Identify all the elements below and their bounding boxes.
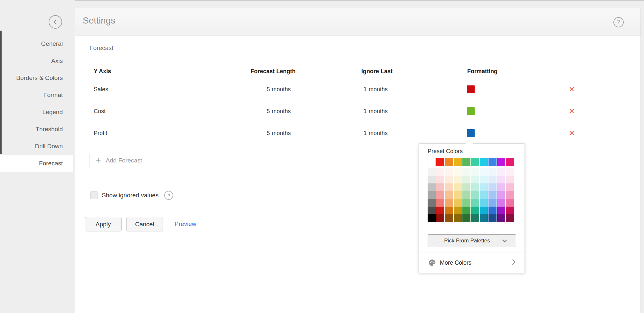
palette-swatch[interactable] [471, 158, 479, 166]
palette-swatch[interactable] [497, 183, 505, 191]
palette-swatch[interactable] [471, 191, 479, 199]
sidebar-item-drill-down[interactable]: Drill Down [0, 138, 75, 155]
preview-link[interactable]: Preview [175, 220, 196, 228]
sidebar-item-forecast[interactable]: Forecast [0, 155, 73, 172]
palette-swatch[interactable] [506, 158, 514, 166]
palette-swatch[interactable] [445, 158, 453, 166]
delete-row-icon[interactable]: ✕ [569, 129, 575, 137]
ignore-last-value[interactable]: 1 [364, 86, 367, 93]
add-forecast-button[interactable]: + Add Forecast [90, 153, 151, 168]
back-button[interactable] [49, 15, 62, 29]
palette-swatch[interactable] [488, 199, 497, 207]
palette-swatch[interactable] [480, 214, 488, 222]
palette-swatch[interactable] [436, 158, 444, 166]
palette-swatch[interactable] [488, 176, 497, 183]
palette-swatch[interactable] [454, 158, 462, 166]
palette-swatch[interactable] [436, 183, 444, 191]
palette-swatch[interactable] [471, 168, 479, 176]
palette-swatch[interactable] [497, 191, 505, 199]
palette-swatch[interactable] [488, 168, 497, 176]
palette-swatch[interactable] [480, 199, 488, 207]
palette-swatch[interactable] [445, 207, 453, 214]
sidebar-item-threshold[interactable]: Threshold [0, 121, 75, 138]
palette-swatch[interactable] [428, 168, 436, 176]
palette-swatch[interactable] [462, 176, 470, 183]
cancel-button[interactable]: Cancel [126, 217, 163, 231]
palette-swatch[interactable] [428, 207, 436, 214]
palette-swatch[interactable] [506, 176, 514, 183]
palette-swatch[interactable] [506, 214, 514, 222]
palette-swatch[interactable] [488, 191, 497, 199]
palette-swatch[interactable] [454, 176, 462, 183]
header-help-icon[interactable]: ? [613, 17, 624, 27]
palette-swatch[interactable] [497, 199, 505, 207]
apply-button[interactable]: Apply [85, 217, 122, 231]
sidebar-item-format[interactable]: Format [0, 86, 75, 103]
palette-swatch[interactable] [436, 214, 444, 222]
palette-swatch[interactable] [436, 191, 444, 199]
ignore-last-value[interactable]: 1 [364, 108, 367, 114]
palette-swatch[interactable] [488, 183, 497, 191]
show-ignored-checkbox[interactable] [90, 191, 98, 199]
palette-swatch[interactable] [506, 168, 514, 176]
palette-swatch[interactable] [454, 214, 462, 222]
palette-swatch[interactable] [480, 168, 488, 176]
palette-swatch[interactable] [480, 176, 488, 183]
sidebar-scroll-indicator[interactable] [0, 31, 2, 154]
palette-swatch[interactable] [462, 183, 470, 191]
palette-swatch[interactable] [454, 168, 462, 176]
palette-swatch[interactable] [462, 214, 470, 222]
palette-swatch[interactable] [436, 176, 444, 183]
palette-swatch[interactable] [445, 199, 453, 207]
palette-swatch[interactable] [445, 168, 453, 176]
palette-swatch[interactable] [436, 199, 444, 207]
pick-from-palettes-dropdown[interactable]: --- Pick From Palettes --- [428, 234, 516, 247]
palette-swatch[interactable] [428, 176, 436, 183]
palette-swatch[interactable] [471, 207, 479, 214]
palette-swatch[interactable] [506, 199, 514, 207]
palette-swatch[interactable] [428, 191, 436, 199]
palette-swatch[interactable] [462, 158, 470, 166]
formatting-color-swatch[interactable] [467, 85, 475, 93]
palette-swatch[interactable] [480, 207, 488, 214]
palette-swatch[interactable] [454, 199, 462, 207]
forecast-length-value[interactable]: 5 [267, 86, 270, 93]
palette-swatch[interactable] [445, 191, 453, 199]
palette-swatch[interactable] [497, 207, 505, 214]
palette-swatch[interactable] [471, 183, 479, 191]
sidebar-item-axis[interactable]: Axis [0, 52, 75, 69]
delete-row-icon[interactable]: ✕ [569, 107, 575, 115]
more-colors-button[interactable]: More Colors [419, 252, 525, 273]
delete-row-icon[interactable]: ✕ [569, 85, 575, 93]
palette-swatch[interactable] [471, 214, 479, 222]
sidebar-item-borders-colors[interactable]: Borders & Colors [0, 69, 75, 86]
palette-swatch[interactable] [436, 168, 444, 176]
palette-swatch[interactable] [488, 158, 497, 166]
palette-swatch[interactable] [445, 176, 453, 183]
palette-swatch[interactable] [506, 183, 514, 191]
palette-swatch[interactable] [506, 207, 514, 214]
palette-swatch[interactable] [462, 168, 470, 176]
palette-swatch[interactable] [480, 183, 488, 191]
palette-swatch[interactable] [428, 158, 436, 166]
palette-swatch[interactable] [480, 191, 488, 199]
palette-swatch[interactable] [454, 183, 462, 191]
palette-swatch[interactable] [428, 183, 436, 191]
palette-swatch[interactable] [497, 168, 505, 176]
show-ignored-help-icon[interactable]: ? [164, 191, 173, 200]
palette-swatch[interactable] [471, 176, 479, 183]
palette-swatch[interactable] [462, 199, 470, 207]
palette-swatch[interactable] [497, 214, 505, 222]
palette-swatch[interactable] [471, 199, 479, 207]
palette-swatch[interactable] [497, 158, 505, 166]
ignore-last-value[interactable]: 1 [364, 130, 367, 136]
palette-swatch[interactable] [428, 214, 436, 222]
palette-swatch[interactable] [506, 191, 514, 199]
palette-swatch[interactable] [462, 207, 470, 214]
forecast-length-value[interactable]: 5 [267, 130, 270, 136]
palette-swatch[interactable] [497, 176, 505, 183]
palette-swatch[interactable] [488, 214, 497, 222]
palette-swatch[interactable] [454, 207, 462, 214]
palette-swatch[interactable] [445, 183, 453, 191]
sidebar-item-legend[interactable]: Legend [0, 103, 75, 121]
